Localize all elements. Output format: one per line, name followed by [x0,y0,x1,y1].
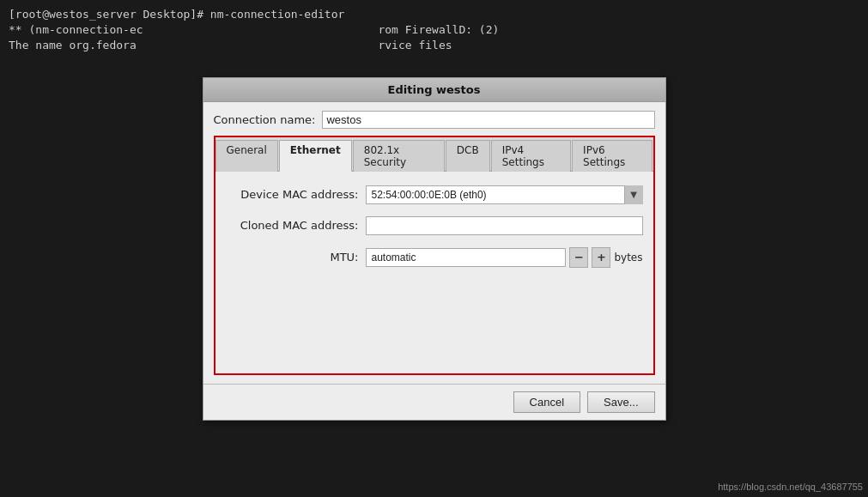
tab-ipv6[interactable]: IPv6 Settings [572,140,652,172]
device-mac-row: Device MAC address: ▼ [226,185,643,204]
tab-content-spacer [226,280,643,360]
cloned-mac-row: Cloned MAC address: [226,216,643,235]
tab-bar: General Ethernet 802.1x Security DCB IPv… [215,137,653,172]
cancel-button[interactable]: Cancel [513,391,580,413]
dialog-overlay: Editing westos Connection name: General … [0,0,868,497]
connection-name-input[interactable] [322,111,654,129]
save-button[interactable]: Save... [587,391,654,413]
connection-name-label: Connection name: [214,113,316,126]
tab-general[interactable]: General [215,140,278,172]
dialog-titlebar: Editing westos [203,78,665,102]
mtu-wrapper: − + bytes [366,247,643,268]
cloned-mac-label: Cloned MAC address: [226,219,359,232]
device-mac-dropdown-wrapper: ▼ [366,185,643,204]
dialog-title: Editing westos [388,83,481,96]
connection-name-row: Connection name: [214,111,655,129]
tab-ethernet[interactable]: Ethernet [279,140,352,172]
dialog-buttons: Cancel Save... [203,384,665,420]
tab-ipv4[interactable]: IPv4 Settings [491,140,571,172]
tab-dcb[interactable]: DCB [446,140,490,172]
dialog-content: Connection name: General Ethernet 802.1x… [203,102,665,384]
device-mac-dropdown-arrow[interactable]: ▼ [624,185,643,204]
mtu-row: MTU: − + bytes [226,247,643,268]
mtu-label: MTU: [226,251,359,264]
tabs-container: General Ethernet 802.1x Security DCB IPv… [214,136,655,375]
device-mac-input[interactable] [366,185,643,204]
mtu-plus-button[interactable]: + [592,247,610,268]
mtu-input[interactable] [366,248,567,267]
dialog: Editing westos Connection name: General … [203,77,666,421]
tab-security[interactable]: 802.1x Security [353,140,445,172]
device-mac-label: Device MAC address: [226,188,359,201]
ethernet-tab-content: Device MAC address: ▼ Cloned MAC address… [215,172,653,373]
mtu-minus-button[interactable]: − [569,247,588,268]
cloned-mac-input[interactable] [366,216,643,235]
mtu-unit: bytes [614,252,642,264]
